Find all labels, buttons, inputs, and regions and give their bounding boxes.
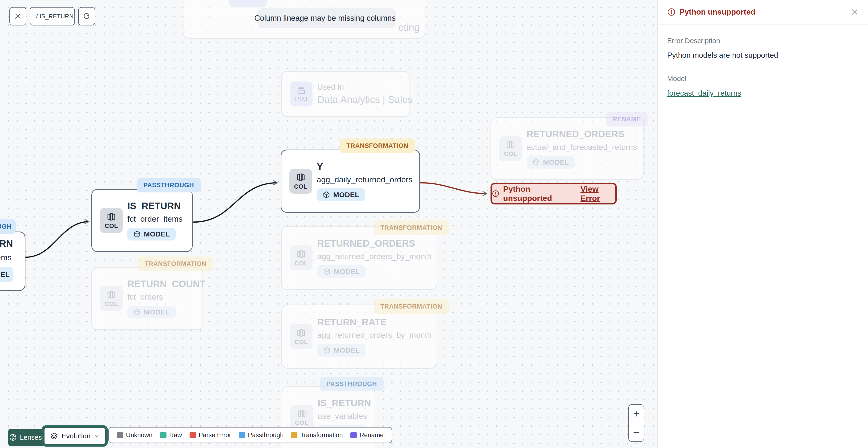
node-subtitle: fct_order_items: [127, 214, 183, 223]
node-title: Used In: [317, 83, 344, 92]
panel-title: Python unsupported: [679, 7, 755, 17]
edge-left-to-fct-order-items: [25, 222, 89, 257]
passthrough-badge-partial: OUGH: [0, 219, 16, 234]
column-chip-label: COL: [295, 419, 308, 426]
legend-item-unknown: Unknown: [117, 431, 153, 439]
edge-agg-daily-to-error: [420, 183, 487, 193]
column-chip: COL: [290, 405, 313, 430]
node-used-in-sales[interactable]: PRJ Used In Data Analytics | Sales: [281, 71, 410, 117]
chevron-down-icon: [94, 433, 99, 439]
model-link[interactable]: forecast_daily_returns: [667, 89, 741, 97]
app-root: eting PRJ Used In Data Analytics | Sales…: [0, 0, 868, 448]
node-subtitle-fragment: ems: [0, 253, 11, 262]
error-description-value: Python models are not supported: [667, 51, 859, 60]
legend-swatch-raw: [160, 432, 166, 438]
column-chip-label: COL: [294, 260, 308, 267]
legend-swatch-transformation: [291, 432, 298, 438]
node-title: Y: [317, 161, 323, 172]
node-y-agg-daily-returned-orders[interactable]: TRANSFORMATION COL Y agg_daily_returned_…: [281, 150, 420, 213]
error-node-python-unsupported[interactable]: Python unsupported View Error: [491, 183, 617, 205]
node-title: RETURN_RATE: [317, 317, 387, 327]
refresh-icon: [83, 12, 91, 20]
legend-swatch-rename: [350, 432, 357, 438]
columns-icon: [297, 409, 307, 419]
columns-icon: [505, 140, 516, 150]
prj-chip-label: PRJ: [295, 95, 308, 103]
legend-item-raw: Raw: [160, 431, 182, 439]
node-is-return-fct-order-items[interactable]: PASSTHROUGH COL IS_RETURN fct_order_item…: [91, 189, 193, 252]
panel-close-button[interactable]: [850, 8, 859, 16]
error-panel-body: Error Description Python models are not …: [658, 25, 868, 110]
model-chip: MODEL: [527, 156, 575, 169]
node-subtitle: fct_orders: [127, 292, 163, 301]
node-title: IS_RETURN: [127, 201, 181, 211]
legend-item-rename: Rename: [350, 431, 383, 439]
node-title: IS_RETURN: [318, 397, 371, 409]
lineage-canvas[interactable]: eting PRJ Used In Data Analytics | Sales…: [0, 0, 657, 448]
model-label: Model: [667, 75, 859, 83]
zoom-in-button[interactable]: +: [629, 405, 644, 423]
cube-icon: [323, 346, 331, 354]
error-detail-panel: Python unsupported Error Description Pyt…: [657, 0, 868, 448]
lineage-warning-banner: Column lineage may be missing columns: [257, 8, 396, 28]
model-chip: MODEL: [127, 306, 176, 319]
legend-swatch-parse-error: [190, 432, 196, 438]
transformation-badge: TRANSFORMATION: [374, 220, 449, 235]
legend-label: Unknown: [126, 431, 153, 439]
lens-legend: Unknown Raw Parse Error Passthrough Tran…: [108, 427, 392, 443]
node-return-count-fct-orders[interactable]: TRANSFORMATION COL RETURN_COUNT fct_orde…: [91, 267, 203, 330]
legend-label: Parse Error: [199, 431, 231, 439]
model-chip-label: MODEL: [144, 308, 170, 316]
model-chip-label: MODEL: [334, 268, 360, 276]
legend-label: Passthrough: [248, 431, 284, 439]
cube-icon: [323, 268, 331, 276]
legend-swatch-passthrough: [239, 432, 245, 438]
view-error-link[interactable]: View Error: [581, 184, 615, 203]
columns-icon: [106, 290, 117, 300]
node-subtitle: agg_returned_orders_by_month: [317, 251, 432, 261]
transformation-badge: TRANSFORMATION: [138, 257, 213, 271]
transformation-badge: TRANSFORMATION: [374, 299, 449, 314]
column-chip: COL: [100, 208, 123, 233]
zoom-out-button[interactable]: −: [629, 423, 644, 441]
legend-label: Raw: [169, 431, 182, 439]
node-return-rate-agg-by-month[interactable]: TRANSFORMATION COL RETURN_RATE agg_retur…: [281, 304, 437, 369]
lens-selector-ring[interactable]: Evolution: [42, 425, 107, 447]
lens-selected-label: Evolution: [61, 432, 90, 440]
node-returned-orders-agg-by-month[interactable]: TRANSFORMATION COL RETURNED_ORDERS agg_r…: [281, 226, 437, 290]
model-chip: MODEL: [127, 228, 176, 240]
column-chip-label: COL: [105, 300, 118, 308]
breadcrumb[interactable]: .. / IS_RETURN: [30, 7, 75, 25]
node-is-return-left-partial[interactable]: OUGH URN ems DEL: [0, 232, 25, 291]
refresh-button[interactable]: [78, 7, 95, 25]
prj-chip-partial: [229, 0, 267, 7]
project-stack-icon: [296, 85, 306, 95]
column-chip-label: COL: [294, 183, 307, 190]
column-chip: COL: [100, 286, 123, 311]
model-chip-label: MODEL: [144, 230, 170, 238]
node-returned-orders-renamed[interactable]: RENAME COL RETURNED_ORDERS actual_and_fo…: [491, 117, 644, 180]
error-circle-icon: [667, 8, 676, 16]
node-subtitle: agg_returned_orders_by_month: [317, 330, 432, 340]
passthrough-badge: PASSTHROUGH: [320, 377, 383, 391]
transformation-badge: TRANSFORMATION: [340, 139, 415, 153]
cube-icon: [532, 158, 540, 166]
column-chip: COL: [289, 169, 312, 193]
lenses-aperture-icon: [9, 434, 17, 441]
close-icon: [850, 8, 859, 16]
cube-icon: [133, 308, 141, 316]
lens-selector[interactable]: Evolution: [44, 427, 105, 445]
error-node-label: Python unsupported: [503, 184, 571, 203]
model-chip: MODEL: [317, 188, 365, 201]
node-subtitle: actual_and_forecasted_returns: [527, 142, 637, 152]
error-circle-icon: [492, 189, 499, 198]
node-title: RETURN_COUNT: [127, 278, 205, 289]
column-chip: COL: [499, 136, 522, 161]
lenses-button[interactable]: Lenses: [8, 429, 42, 446]
model-chip-label: MODEL: [334, 346, 360, 354]
column-chip-label: COL: [105, 222, 118, 230]
node-title: RETURNED_ORDERS: [527, 129, 624, 140]
legend-item-parse-error: Parse Error: [190, 431, 231, 439]
model-chip: MODEL: [317, 344, 366, 357]
close-lineage-button[interactable]: [9, 7, 26, 25]
